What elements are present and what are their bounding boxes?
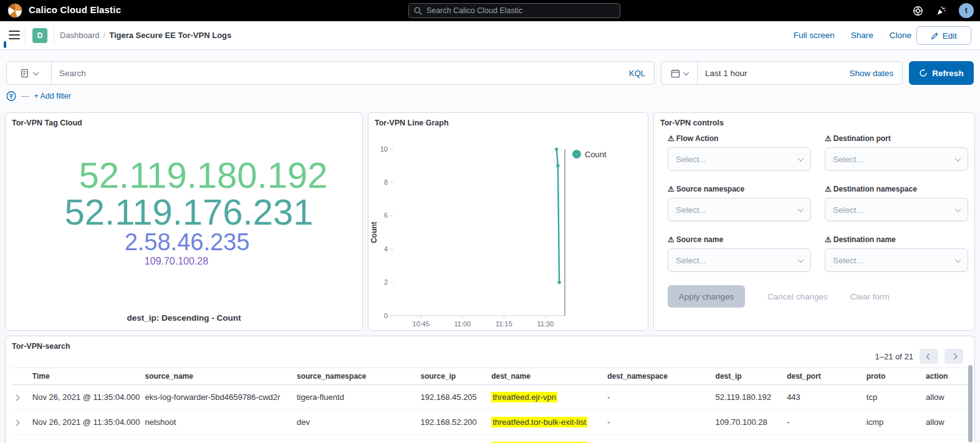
chevron-down-icon: [683, 69, 689, 75]
column-header-dest_port: dest_port: [784, 368, 864, 385]
edit-button-label: Edit: [943, 31, 957, 41]
news-party-popper-icon[interactable]: [936, 6, 946, 16]
cell-source_namespace: dev: [294, 435, 418, 443]
y-tick-label: 0: [384, 312, 388, 319]
line-graph-panel: Tor-VPN Line Graph 024681010:4511:0011:1…: [368, 112, 648, 331]
column-header-dest_name: dest_name: [489, 368, 605, 385]
control-select[interactable]: Select...: [668, 198, 811, 221]
calico-logo-icon: [7, 3, 22, 18]
controls-panel-title: Tor-VPN controls: [660, 119, 724, 127]
control-field-destination-name: ⚠Destination nameSelect...: [825, 235, 968, 272]
cell-proto: icmp: [864, 435, 923, 443]
control-field-destination-namespace: ⚠Destination namespaceSelect...: [825, 185, 968, 221]
cell-dest_port: -: [784, 435, 864, 443]
legend-dot[interactable]: [572, 150, 581, 158]
filter-circle-icon[interactable]: [6, 91, 16, 101]
clear-form-button[interactable]: Clear form: [850, 292, 890, 301]
cancel-changes-button[interactable]: Cancel changes: [767, 292, 828, 301]
expander-cell: [12, 385, 30, 410]
cell-proto: tcp: [864, 385, 923, 410]
global-search-placeholder: Search Calico Cloud Elastic: [426, 6, 522, 15]
warning-icon: ⚠: [668, 235, 675, 244]
column-header-source_name: source_name: [143, 368, 294, 385]
kql-search-input[interactable]: Search: [52, 69, 620, 78]
apply-changes-button[interactable]: Apply changes: [668, 285, 745, 308]
cell-source_ip: 192.168.52.200: [418, 435, 489, 443]
next-page-button[interactable]: [944, 349, 963, 364]
x-tick-label: 11:15: [496, 320, 512, 328]
clone-button[interactable]: Clone: [890, 31, 911, 40]
expander-cell: [12, 435, 30, 443]
saved-query-menu-button[interactable]: [7, 62, 52, 84]
tagcloud-panel: Tor-VPN Tag Cloud 52.119.180.19252.119.1…: [5, 112, 363, 331]
search-table-panel: Tor-VPN-search 1–21 of 21 Timesource_nam…: [5, 336, 975, 443]
select-placeholder: Select...: [833, 256, 863, 265]
refresh-button-label: Refresh: [932, 69, 963, 78]
cell-dest_name: threatfeed.ejr-vpn: [489, 385, 605, 410]
chevron-down-icon: [33, 69, 39, 75]
accent-tick: [4, 41, 6, 48]
tagcloud-term[interactable]: 2.58.46.235: [125, 230, 250, 255]
help-icon[interactable]: [913, 6, 923, 16]
header-icons: t: [913, 0, 974, 21]
global-search-input[interactable]: Search Calico Cloud Elastic: [408, 3, 620, 18]
saved-query-icon: [20, 69, 29, 78]
global-header: Calico Cloud Elastic Search Calico Cloud…: [0, 0, 980, 21]
controls-grid: ⚠Flow ActionSelect...⚠Destination portSe…: [668, 134, 962, 272]
data-point: [555, 147, 558, 150]
user-avatar[interactable]: t: [959, 3, 974, 18]
expand-row-icon[interactable]: [14, 420, 20, 426]
cell-source_namespace: dev: [294, 410, 418, 435]
query-input-group: Search KQL: [6, 61, 655, 85]
chevron-down-icon: [798, 256, 804, 263]
line-graph-panel-title: Tor-VPN Line Graph: [375, 119, 449, 127]
cell-dest_namespace: -: [605, 435, 713, 443]
share-button[interactable]: Share: [851, 31, 873, 40]
control-field-label-text: Source name: [676, 235, 723, 244]
calendar-icon: [671, 69, 680, 78]
control-select[interactable]: Select...: [668, 147, 811, 171]
warning-icon: ⚠: [668, 134, 675, 143]
y-tick-label: 10: [380, 145, 388, 153]
table-scrollbar[interactable]: [968, 365, 973, 442]
add-filter-button[interactable]: + Add filter: [34, 92, 71, 100]
column-header-dest_ip: dest_ip: [713, 368, 785, 385]
tagcloud-term[interactable]: 52.119.176.231: [65, 193, 314, 230]
controls-buttons: Apply changes Cancel changes Clear form: [668, 285, 890, 308]
tagcloud-term[interactable]: 52.119.180.192: [79, 157, 328, 193]
select-placeholder: Select...: [833, 155, 863, 164]
full-screen-button[interactable]: Full screen: [794, 31, 835, 40]
app-title: Calico Cloud Elastic: [29, 4, 121, 15]
column-header-proto: proto: [864, 368, 923, 385]
table-row: Nov 26, 2021 @ 11:34:54.000netshootdev19…: [12, 435, 974, 443]
calendar-menu-button[interactable]: [661, 62, 698, 84]
refresh-button[interactable]: Refresh: [909, 61, 974, 85]
control-select[interactable]: Select...: [668, 248, 811, 272]
warning-icon: ⚠: [825, 134, 832, 143]
dashboard-badge[interactable]: D: [32, 28, 47, 43]
series-line: [557, 149, 559, 283]
control-select[interactable]: Select...: [825, 198, 968, 221]
cell-dest_name: threatfeed.tor-bulk-exit-list: [489, 435, 605, 443]
date-picker-group: Last 1 hour Show dates: [661, 61, 903, 85]
column-header-source_namespace: source_namespace: [294, 368, 418, 385]
chevron-down-icon: [798, 155, 804, 162]
prev-page-button[interactable]: [920, 349, 938, 364]
tagcloud-caption: dest_ip: Descending - Count: [6, 313, 362, 323]
chevron-down-icon: [955, 155, 961, 162]
tagcloud-term[interactable]: 109.70.100.28: [145, 256, 208, 266]
expand-row-icon[interactable]: [14, 395, 20, 401]
kql-language-button[interactable]: KQL: [620, 69, 654, 78]
expander-header: [12, 368, 30, 385]
control-select[interactable]: Select...: [825, 248, 968, 272]
line-chart[interactable]: 024681010:4511:0011:1511:30start_time pe…: [368, 127, 649, 330]
query-section: Search KQL Last 1 hour Show dates Refres…: [0, 50, 980, 112]
show-dates-button[interactable]: Show dates: [840, 69, 902, 78]
time-range-value[interactable]: Last 1 hour: [698, 69, 840, 78]
breadcrumb-dashboard[interactable]: Dashboard: [60, 31, 100, 40]
control-select[interactable]: Select...: [825, 147, 968, 171]
menu-hamburger-icon[interactable]: [9, 31, 20, 39]
y-tick-label: 4: [384, 245, 388, 253]
edit-button[interactable]: Edit: [916, 26, 971, 45]
y-axis-title: Count: [370, 221, 378, 243]
